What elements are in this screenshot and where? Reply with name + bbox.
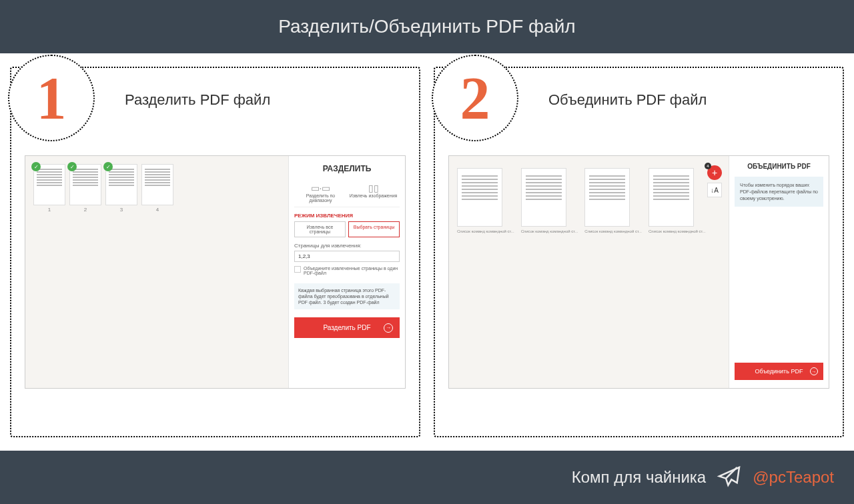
thumb-wrap: 4	[141, 164, 173, 213]
step-number-circle: 1	[8, 55, 95, 141]
arrow-icon: →	[810, 367, 818, 375]
screenshot-split: ✓ 1 ✓ 2 ✓ 3 4 РАЗДЕЛИТЬ	[25, 155, 406, 389]
file-thumb-wrap[interactable]: Список команд командной ст...	[521, 168, 578, 233]
split-pdf-button[interactable]: Разделить PDF →	[294, 317, 400, 338]
file-count-badge: 4	[705, 163, 711, 169]
footer-text: Комп для чайника	[572, 468, 706, 487]
extract-icon: ▯▯	[347, 183, 400, 193]
file-label: Список команд командной ст...	[584, 229, 642, 233]
file-thumb	[649, 168, 694, 227]
info-box: Каждая выбранная страница этого PDF-файл…	[294, 283, 400, 309]
footer: Комп для чайника @pcTeapot	[0, 451, 854, 504]
thumb-label: 2	[69, 207, 101, 213]
arrow-icon: →	[384, 323, 393, 333]
step-number: 2	[460, 64, 490, 133]
file-thumb	[457, 168, 502, 227]
mode-range[interactable]: ▭·▭Разделить по диапазону	[294, 183, 347, 203]
file-thumb-wrap[interactable]: Список команд командной ст...	[457, 168, 514, 233]
thumb-label: 4	[141, 207, 173, 213]
telegram-icon	[716, 464, 743, 491]
telegram-handle[interactable]: @pcTeapot	[753, 468, 834, 487]
mode-extract[interactable]: ▯▯Извлечь изображения	[347, 183, 400, 203]
thumb-wrap: ✓ 2	[69, 164, 101, 213]
check-icon: ✓	[67, 162, 77, 171]
merge-info-box: Чтобы изменить порядок ваших PDF-файлов …	[735, 177, 823, 207]
header: Разделить/Объединить PDF файл	[0, 0, 854, 53]
page-thumb[interactable]: ✓	[69, 164, 101, 205]
range-icon: ▭·▭	[294, 183, 347, 193]
merge-sidebar: ОБЪЕДИНИТЬ PDF Чтобы изменить порядок ва…	[729, 156, 829, 388]
merge-sidebar-title: ОБЪЕДИНИТЬ PDF	[735, 163, 823, 170]
check-icon: ✓	[103, 162, 113, 171]
fab-group: + 4 ↓A	[707, 165, 722, 197]
step-number-circle: 2	[432, 55, 518, 141]
tab-extract-all[interactable]: Извлечь все страницы	[294, 221, 346, 237]
sidebar-title: РАЗДЕЛИТЬ	[294, 161, 400, 179]
thumb-label: 1	[33, 207, 65, 213]
pages-input[interactable]: 1,2,3	[294, 251, 400, 262]
thumb-wrap: ✓ 1	[33, 164, 65, 213]
extraction-mode-label: РЕЖИМ ИЗВЛЕЧЕНИЯ	[294, 213, 400, 219]
page-title: Разделить/Объединить PDF файл	[278, 16, 575, 37]
file-thumb	[584, 168, 630, 227]
file-thumb-wrap[interactable]: Список команд командной ст...	[649, 168, 706, 233]
thumb-label: 3	[105, 207, 137, 213]
merge-pdf-button[interactable]: Объединить PDF →	[735, 363, 823, 380]
sort-button[interactable]: ↓A	[707, 183, 722, 197]
step-number: 1	[37, 64, 67, 133]
mode-selector: ▭·▭Разделить по диапазону ▯▯Извлечь изоб…	[294, 179, 400, 207]
tab-select-pages[interactable]: Выбрать страницы	[348, 221, 400, 237]
file-label: Список команд командной ст...	[457, 229, 514, 233]
pages-field-label: Страницы для извлечения:	[294, 243, 400, 249]
check-icon: ✓	[31, 162, 41, 171]
page-thumb[interactable]: ✓	[105, 164, 137, 205]
tab-row: Извлечь все страницы Выбрать страницы	[294, 221, 400, 237]
page-thumb[interactable]: ✓	[33, 164, 65, 205]
file-label: Список команд командной ст...	[521, 229, 578, 233]
file-thumb-wrap[interactable]: Список команд командной ст...	[584, 168, 642, 233]
screenshot-merge: Список команд командной ст... Список ком…	[448, 155, 829, 389]
panel-split: 1 Разделить PDF файл ✓ 1 ✓ 2 ✓ 3 4	[10, 67, 420, 437]
panel-title-merge: Объединить PDF файл	[548, 91, 829, 109]
panel-merge: 2 Объединить PDF файл Список команд кома…	[434, 67, 844, 437]
file-label: Список команд командной ст...	[649, 229, 706, 233]
merge-checkbox-row[interactable]: Объедините извлеченные страницы в один P…	[294, 266, 400, 275]
split-sidebar: РАЗДЕЛИТЬ ▭·▭Разделить по диапазону ▯▯Из…	[288, 156, 405, 388]
thumb-wrap: ✓ 3	[105, 164, 137, 213]
content-area: 1 Разделить PDF файл ✓ 1 ✓ 2 ✓ 3 4	[0, 53, 854, 451]
add-file-button[interactable]: + 4	[707, 165, 722, 180]
checkbox-icon	[294, 266, 301, 273]
panel-title-split: Разделить PDF файл	[125, 91, 406, 109]
checkbox-label: Объедините извлеченные страницы в один P…	[304, 266, 400, 275]
page-thumb[interactable]	[141, 164, 173, 205]
sort-icon: ↓A	[711, 187, 719, 194]
file-thumb	[521, 168, 566, 227]
